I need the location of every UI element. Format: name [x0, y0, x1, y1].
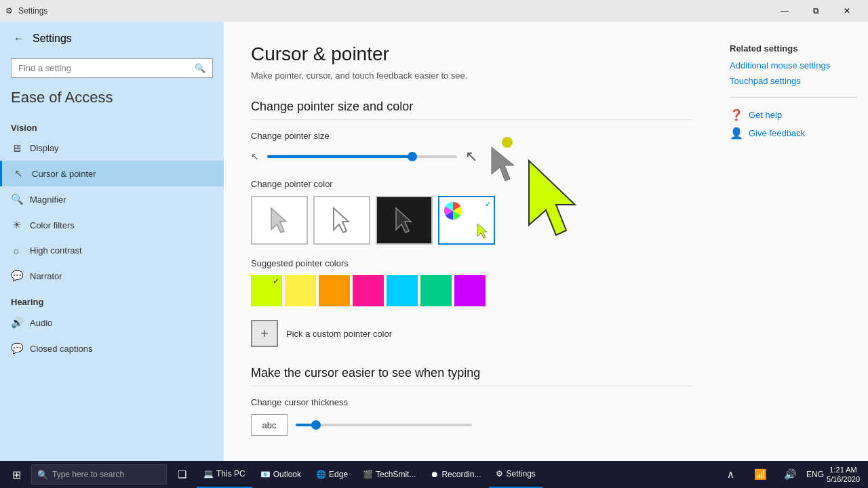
taskbar-tray: ∧ 📶 🔊 ENG 1:21 AM 5/16/2020 — [711, 461, 865, 488]
taskbar-outlook[interactable]: 📧 Outlook — [254, 461, 308, 488]
section2: Make the cursor easier to see when typin… — [251, 366, 692, 436]
high-contrast-icon: ☼ — [11, 245, 22, 256]
give-feedback-icon: 👤 — [730, 127, 743, 140]
cursor-thickness-thumb[interactable] — [311, 420, 321, 430]
this-pc-icon: 💻 — [203, 469, 214, 479]
pointer-size-thumb[interactable] — [408, 152, 417, 161]
taskbar-techsmit[interactable]: 🎬 TechSmit... — [356, 461, 422, 488]
related-title: Related settings — [730, 43, 857, 54]
black-cursor-icon — [393, 207, 415, 234]
give-feedback-row: 👤 Give feedback — [730, 127, 857, 140]
taskbar: ⊞ 🔍 Type here to search ❏ 💻 This PC 📧 Ou… — [0, 461, 868, 488]
swatch-pink[interactable] — [353, 275, 384, 306]
pointer-size-slider-container: ↖ ↖ — [251, 148, 692, 165]
pick-custom-color-button[interactable]: + — [251, 320, 278, 347]
additional-mouse-settings-link[interactable]: Additional mouse settings — [730, 60, 857, 70]
sidebar-item-label: Magnifier — [30, 195, 66, 205]
sidebar-item-label: Narrator — [30, 271, 62, 281]
sidebar-item-closed-captions[interactable]: 💬 Closed captions — [0, 336, 224, 361]
svg-marker-6 — [477, 224, 487, 238]
close-button[interactable]: ✕ — [831, 0, 863, 22]
cursor-thickness-container: abc — [251, 414, 692, 436]
get-help-link[interactable]: Get help — [749, 110, 782, 120]
cursor-thickness-label: Change cursor thickness — [251, 397, 692, 407]
start-button[interactable]: ⊞ — [3, 461, 30, 488]
swatch-yellow[interactable] — [285, 275, 316, 306]
sidebar-item-label: Audio — [30, 318, 52, 328]
taskbar-settings[interactable]: ⚙ Settings — [489, 461, 542, 488]
cursor-thickness-track — [296, 424, 472, 426]
swatch-green[interactable] — [420, 275, 452, 306]
outlook-label: Outlook — [273, 470, 301, 479]
swatch-purple[interactable] — [454, 275, 486, 306]
section2-heading: Make the cursor easier to see when typin… — [251, 366, 692, 386]
sidebar-item-color-filters[interactable]: ☀ Color filters — [0, 212, 224, 238]
sidebar: ← Settings 🔍 Ease of Access Vision 🖥 Dis… — [0, 22, 224, 461]
task-view-button[interactable]: ❏ — [168, 461, 195, 488]
minimize-button[interactable]: — — [769, 0, 800, 22]
sidebar-item-cursor-pointer[interactable]: ↖ Cursor & pointer — [0, 161, 224, 186]
custom-color-label: Pick a custom pointer color — [286, 329, 392, 339]
touchpad-settings-link[interactable]: Touchpad settings — [730, 76, 857, 86]
techsmit-label: TechSmit... — [376, 470, 416, 479]
tray-volume-button[interactable]: 🔊 — [776, 461, 804, 488]
sidebar-app-title: Settings — [33, 33, 72, 45]
this-pc-label: This PC — [216, 469, 245, 479]
sidebar-item-display[interactable]: 🖥 Display — [0, 136, 224, 161]
color-option-black[interactable] — [376, 196, 433, 245]
cursor-thickness-fill — [296, 424, 313, 426]
settings-icon: ⚙ — [5, 6, 13, 16]
search-input[interactable] — [12, 59, 188, 77]
app-body: ← Settings 🔍 Ease of Access Vision 🖥 Dis… — [0, 22, 868, 461]
narrator-icon: 💬 — [11, 270, 22, 282]
tray-chevron-button[interactable]: ∧ — [717, 461, 744, 488]
sidebar-item-magnifier[interactable]: 🔍 Magnifier — [0, 186, 224, 212]
section1-heading: Change pointer size and color — [251, 100, 692, 120]
sidebar-item-label: Closed captions — [30, 344, 93, 354]
taskbar-recording[interactable]: ⏺ Recordin... — [424, 461, 488, 488]
sidebar-item-narrator[interactable]: 💬 Narrator — [0, 263, 224, 289]
suggested-colors: ✓ — [251, 275, 692, 306]
white-cursor-icon — [269, 207, 290, 234]
settings-taskbar-label: Settings — [506, 469, 535, 479]
give-feedback-link[interactable]: Give feedback — [749, 128, 805, 138]
edge-icon: 🌐 — [316, 470, 326, 479]
pointer-size-track — [267, 155, 457, 158]
titlebar-controls: — ⧉ ✕ — [769, 0, 863, 22]
svg-marker-3 — [334, 208, 349, 232]
abc-text: abc — [262, 420, 277, 430]
techsmit-icon: 🎬 — [363, 470, 373, 479]
pointer-size-label: Change pointer size — [251, 131, 692, 141]
swatch-yellow-green[interactable]: ✓ — [251, 275, 282, 306]
selected-checkmark: ✓ — [485, 200, 491, 209]
maximize-button[interactable]: ⧉ — [800, 0, 831, 22]
titlebar-left: ⚙ Settings — [5, 6, 47, 16]
sidebar-item-label: Color filters — [30, 220, 75, 230]
audio-icon: 🔊 — [11, 317, 22, 329]
sidebar-item-audio[interactable]: 🔊 Audio — [0, 310, 224, 336]
sidebar-item-label: High contrast — [30, 245, 82, 256]
vision-section-label: Vision — [0, 115, 224, 136]
sidebar-header: ← Settings — [0, 22, 224, 56]
get-help-icon: ❓ — [730, 108, 743, 121]
outlook-icon: 📧 — [260, 470, 271, 479]
search-submit-button[interactable]: 🔍 — [188, 59, 212, 77]
sidebar-item-high-contrast[interactable]: ☼ High contrast — [0, 238, 224, 263]
color-option-white[interactable] — [251, 196, 308, 245]
cursor-pointer-icon: ↖ — [13, 167, 24, 180]
taskbar-search[interactable]: 🔍 Type here to search — [31, 464, 167, 485]
back-button[interactable]: ← — [11, 30, 27, 47]
swatch-check: ✓ — [273, 277, 279, 286]
recording-icon: ⏺ — [431, 470, 439, 479]
search-box: 🔍 — [11, 58, 213, 78]
color-option-gray[interactable] — [313, 196, 370, 245]
taskbar-this-pc[interactable]: 💻 This PC — [197, 461, 252, 488]
taskbar-search-text: Type here to search — [52, 470, 124, 479]
swatch-orange[interactable] — [319, 275, 350, 306]
tray-lang: ENG — [806, 470, 824, 479]
color-option-custom[interactable]: ✓ — [438, 196, 495, 245]
taskbar-edge[interactable]: 🌐 Edge — [309, 461, 355, 488]
suggested-label: Suggested pointer colors — [251, 258, 692, 268]
tray-network-button[interactable]: 📶 — [747, 461, 774, 488]
swatch-cyan[interactable] — [387, 275, 418, 306]
